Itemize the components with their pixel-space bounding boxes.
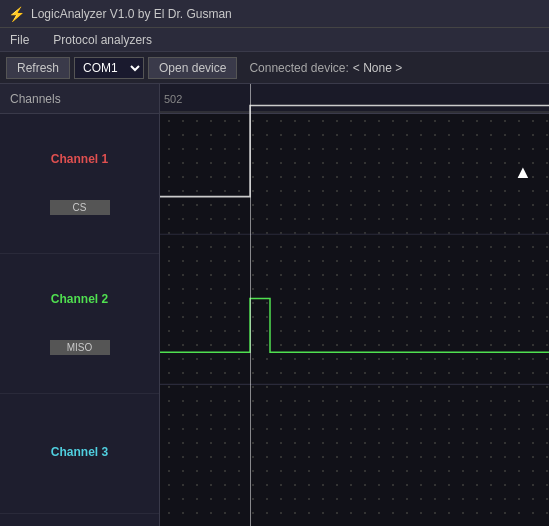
menu-protocol-analyzers[interactable]: Protocol analyzers [49, 31, 156, 49]
channel-1-block: Channel 1 CS [0, 114, 159, 254]
channel-2-waveform [160, 299, 549, 353]
com-port-select[interactable]: COM1 [74, 57, 144, 79]
channel-1-waveform [160, 105, 549, 196]
waveform-area[interactable]: 502 ▲ [160, 84, 549, 526]
open-device-button[interactable]: Open device [148, 57, 237, 79]
app-icon: ⚡ [8, 6, 25, 22]
channels-header: Channels [0, 84, 159, 114]
connected-device-label: Connected device: [249, 61, 348, 75]
menu-bar: File Protocol analyzers [0, 28, 549, 52]
title-bar: ⚡ LogicAnalyzer V1.0 by El Dr. Gusman [0, 0, 549, 28]
channel-2-block: Channel 2 MISO [0, 254, 159, 394]
channel-3-block: Channel 3 [0, 394, 159, 514]
channel-3-name: Channel 3 [51, 445, 108, 459]
refresh-button[interactable]: Refresh [6, 57, 70, 79]
channels-panel: Channels Channel 1 CS Channel 2 MISO Cha… [0, 84, 160, 526]
menu-file[interactable]: File [6, 31, 33, 49]
channel-1-tag: CS [50, 200, 110, 215]
toolbar: Refresh COM1 Open device Connected devic… [0, 52, 549, 84]
channel-2-tag: MISO [50, 340, 110, 355]
app-title: LogicAnalyzer V1.0 by El Dr. Gusman [31, 7, 232, 21]
channels-label: Channels [10, 92, 61, 106]
channel-1-name: Channel 1 [51, 152, 108, 166]
cursor-line [250, 84, 251, 526]
channel-2-name: Channel 2 [51, 292, 108, 306]
main-area: Channels Channel 1 CS Channel 2 MISO Cha… [0, 84, 549, 526]
waveform-svg [160, 84, 549, 526]
connected-device-value: < None > [353, 61, 402, 75]
